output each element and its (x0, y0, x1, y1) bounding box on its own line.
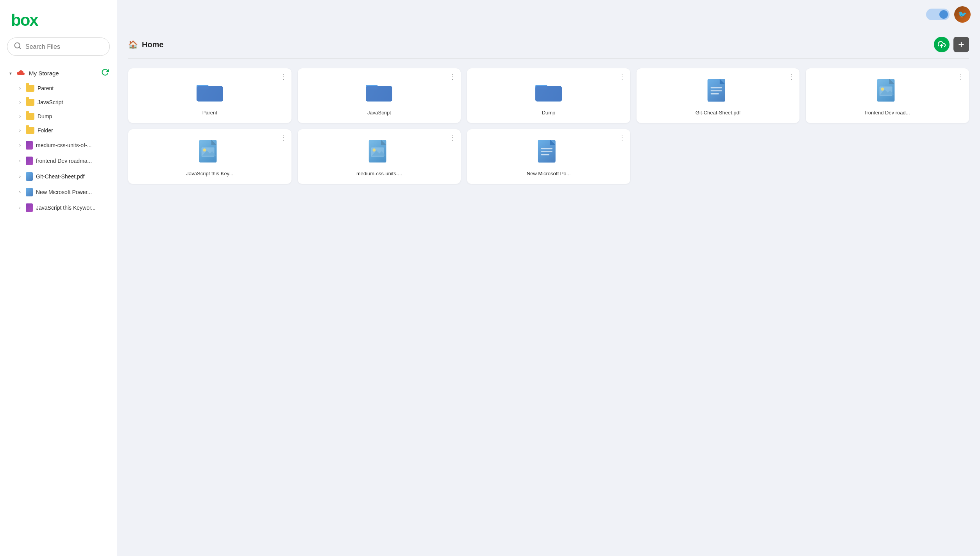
sidebar-tree: › Parent › JavaScript › Dump › Folder › … (3, 81, 114, 216)
card-menu-button[interactable]: ⋮ (280, 134, 287, 141)
svg-line-1 (19, 47, 21, 49)
sidebar: box ▾ My Storage (0, 0, 117, 556)
doc-card-icon (705, 78, 732, 106)
chevron-right-icon: › (17, 158, 23, 164)
file-card-medium-css-units[interactable]: ⋮ medium-css-units-... (298, 129, 461, 184)
sidebar-item-folder[interactable]: › Folder (3, 123, 114, 137)
card-label: medium-css-units-... (356, 171, 402, 176)
breadcrumb-left: 🏠 Home (128, 40, 164, 49)
my-storage-label: My Storage (29, 70, 98, 77)
sidebar-item-label: JavaScript (38, 99, 63, 105)
chevron-right-icon: › (17, 114, 23, 119)
topbar: 🐦 (117, 0, 980, 29)
folder-card-icon (365, 78, 393, 106)
card-menu-button[interactable]: ⋮ (619, 134, 626, 141)
file-grid: ⋮ Parent ⋮ JavaScript ⋮ (128, 68, 969, 184)
file-card-new-microsoft-po[interactable]: ⋮ New Microsoft Po... (467, 129, 630, 184)
doc-icon (26, 188, 33, 196)
nav-tree: ▾ My Storage › Parent › JavaScript › Dum… (0, 65, 117, 556)
svg-rect-38 (541, 154, 549, 155)
my-storage-root[interactable]: ▾ My Storage (3, 65, 114, 81)
sidebar-item-javascript-key[interactable]: › JavaScript this Keywor... (3, 200, 114, 216)
doc-icon (26, 172, 33, 181)
img-card-icon (196, 139, 224, 167)
upload-button[interactable] (934, 37, 950, 52)
folder-icon (26, 85, 34, 92)
add-button[interactable] (953, 37, 969, 52)
avatar[interactable]: 🐦 (954, 6, 971, 23)
chevron-down-icon: ▾ (8, 71, 13, 76)
svg-rect-8 (197, 86, 223, 102)
img-card-icon (874, 78, 901, 106)
sidebar-item-dump[interactable]: › Dump (3, 109, 114, 123)
card-menu-button[interactable]: ⋮ (788, 73, 795, 80)
search-input[interactable] (25, 43, 103, 50)
file-card-dump[interactable]: ⋮ Dump (467, 68, 630, 123)
main-content: 🐦 🏠 Home (117, 0, 980, 556)
sidebar-item-label: New Microsoft Power... (36, 189, 92, 195)
card-menu-button[interactable]: ⋮ (957, 73, 964, 80)
svg-rect-37 (541, 151, 553, 152)
chevron-right-icon: › (17, 205, 23, 210)
card-label: Parent (202, 110, 217, 116)
file-card-git-cheat-sheet[interactable]: ⋮ Git-Cheat-Sheet.pdf (637, 68, 800, 123)
chevron-right-icon: › (17, 128, 23, 133)
card-menu-button[interactable]: ⋮ (619, 73, 626, 80)
sidebar-item-label: frontend Dev roadma... (36, 158, 92, 164)
svg-rect-36 (541, 148, 553, 149)
breadcrumb-title: Home (142, 40, 164, 49)
file-card-frontend-dev-road[interactable]: ⋮ frontend Dev road... (806, 68, 969, 123)
logo-area: box (0, 0, 117, 37)
sidebar-item-label: JavaScript this Keywor... (36, 205, 96, 211)
sidebar-item-medium-css[interactable]: › medium-css-units-of-... (3, 137, 114, 153)
img-card-icon (365, 139, 393, 167)
sidebar-item-label: Git-Cheat-Sheet.pdf (36, 173, 85, 180)
doc-card-icon (535, 139, 562, 167)
refresh-icon[interactable] (101, 68, 109, 78)
card-menu-button[interactable]: ⋮ (449, 73, 456, 80)
card-label: JavaScript (367, 110, 391, 116)
img-icon (26, 203, 33, 212)
file-card-javascript[interactable]: ⋮ JavaScript (298, 68, 461, 123)
content-area: 🏠 Home (117, 29, 980, 556)
search-box[interactable] (7, 37, 110, 56)
folder-card-icon (196, 78, 224, 106)
file-card-parent[interactable]: ⋮ Parent (128, 68, 291, 123)
svg-rect-20 (711, 90, 722, 91)
svg-rect-21 (711, 93, 719, 94)
folder-card-icon (535, 78, 562, 106)
sidebar-item-javascript[interactable]: › JavaScript (3, 95, 114, 109)
card-menu-button[interactable]: ⋮ (280, 73, 287, 80)
sidebar-item-label: Folder (38, 127, 53, 134)
sidebar-item-frontend-dev[interactable]: › frontend Dev roadma... (3, 153, 114, 169)
breadcrumb-actions (934, 37, 969, 52)
toggle-button[interactable] (926, 9, 950, 20)
svg-rect-16 (535, 86, 562, 102)
chevron-right-icon: › (17, 174, 23, 179)
folder-icon (26, 127, 34, 134)
breadcrumb-bar: 🏠 Home (128, 37, 969, 59)
svg-rect-12 (366, 86, 392, 102)
svg-point-29 (203, 148, 206, 151)
cloud-icon (16, 69, 26, 78)
sidebar-item-label: Dump (38, 113, 52, 119)
sidebar-item-label: medium-css-units-of-... (36, 142, 91, 148)
sidebar-item-parent[interactable]: › Parent (3, 81, 114, 95)
file-card-javascript-key[interactable]: ⋮ JavaScript this Key... (128, 129, 291, 184)
card-label: Dump (542, 110, 556, 116)
sidebar-item-git-cheat[interactable]: › Git-Cheat-Sheet.pdf (3, 169, 114, 184)
chevron-right-icon: › (17, 100, 23, 105)
img-icon (26, 141, 33, 150)
sidebar-item-label: Parent (38, 85, 54, 91)
sidebar-item-new-microsoft[interactable]: › New Microsoft Power... (3, 184, 114, 200)
card-label: JavaScript this Key... (186, 171, 233, 176)
box-logo: box (11, 11, 106, 30)
folder-icon (26, 99, 34, 106)
svg-point-25 (881, 87, 884, 91)
chevron-right-icon: › (17, 143, 23, 148)
search-icon (14, 42, 21, 52)
img-icon (26, 157, 33, 165)
folder-icon (26, 113, 34, 120)
card-menu-button[interactable]: ⋮ (449, 134, 456, 141)
svg-rect-19 (711, 87, 722, 88)
